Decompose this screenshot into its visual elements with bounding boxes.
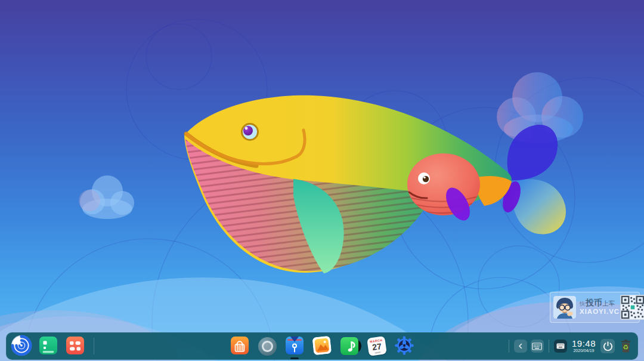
watermark-panel: 快 投币 上车 XIAOYI.VC	[550, 292, 640, 323]
wallpaper-illustration	[0, 0, 644, 361]
dock-app-group: MARCH 27	[230, 334, 414, 358]
dock-tray-group: 19:48 2020/04/19 ♻	[507, 338, 633, 354]
deepin-logo-icon	[11, 335, 32, 358]
calendar-icon: MARCH 27	[367, 336, 387, 356]
dock-item-music[interactable]	[339, 334, 360, 358]
input-method-indicator[interactable]	[554, 340, 567, 353]
watermark-slogan: 快 投币 上车	[580, 298, 617, 307]
photo-icon	[312, 335, 332, 357]
multitasking-view-button[interactable]	[38, 334, 58, 358]
calendar-footer-line	[374, 352, 380, 354]
chevron-left-icon	[518, 343, 524, 349]
calendar-day-label: 27	[371, 342, 382, 352]
clock-widget[interactable]: 19:48 2020/04/19	[571, 339, 597, 353]
dock: MARCH 27	[6, 332, 638, 360]
tray-separator	[509, 340, 509, 353]
recycle-icon: ♻	[623, 344, 628, 351]
input-method-keyboard-icon	[556, 343, 565, 349]
launcher-button[interactable]	[11, 334, 32, 358]
dock-item-calendar[interactable]: MARCH 27	[367, 334, 387, 358]
dock-left-group	[11, 334, 96, 358]
trash-button[interactable]: ♻	[618, 338, 633, 354]
clock-date: 2020/04/19	[573, 348, 594, 353]
tray-separator	[549, 340, 549, 353]
power-button[interactable]	[600, 339, 615, 353]
file-manager-icon	[286, 337, 304, 356]
qr-code	[620, 295, 644, 320]
dock-separator	[94, 338, 94, 354]
shopping-bag-icon	[231, 337, 249, 356]
app-grid-button[interactable]	[65, 334, 85, 358]
watermark-slogan-main: 投币	[586, 298, 602, 307]
cloud-left	[79, 175, 134, 219]
multitasking-icon	[39, 337, 57, 356]
watermark-slogan-prefix: 快	[580, 301, 585, 307]
tray-expand-button[interactable]	[514, 340, 527, 353]
watermark-avatar	[553, 296, 576, 319]
dock-item-control-center[interactable]	[394, 334, 414, 358]
desktop[interactable]: 快 投币 上车 XIAOYI.VC	[0, 0, 644, 361]
watermark-site-name: XIAOYI.VC	[580, 308, 617, 316]
dock-item-file-manager[interactable]	[284, 334, 305, 358]
power-icon	[603, 341, 613, 351]
dock-item-image-viewer[interactable]	[312, 334, 332, 358]
onscreen-keyboard-button[interactable]	[531, 340, 544, 353]
dock-item-browser[interactable]	[257, 334, 277, 358]
trash-icon: ♻	[619, 339, 633, 353]
lens-circle-icon	[258, 337, 277, 356]
clock-time: 19:48	[572, 339, 596, 348]
dock-item-app-store[interactable]	[230, 334, 250, 358]
gear-icon	[395, 336, 414, 357]
keyboard-icon	[532, 343, 542, 350]
watermark-slogan-suffix: 上车	[602, 300, 615, 307]
dashboard-grid-icon	[66, 337, 84, 356]
music-note-icon	[340, 337, 358, 355]
